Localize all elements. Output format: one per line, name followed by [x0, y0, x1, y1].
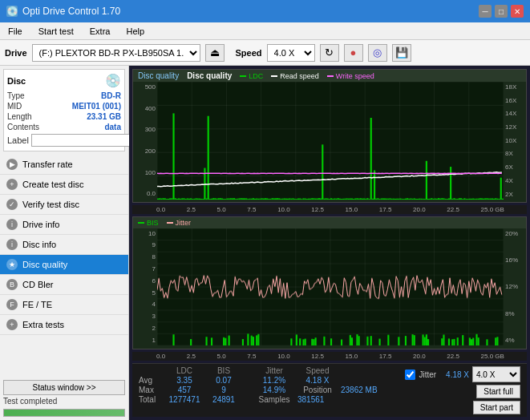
top-chart-canvas	[157, 82, 504, 200]
avg-label: Avg	[139, 376, 161, 385]
chart-top-y-right: 18X 16X 14X 12X 10X 8X 6X 4X 2X	[504, 82, 526, 200]
max-label: Max	[139, 386, 161, 394]
avg-speed: 4.18 X	[297, 376, 338, 385]
chart-top-main	[157, 82, 504, 200]
toolbar-btn2[interactable]: ◎	[368, 44, 387, 62]
nav-fe-te[interactable]: F FE / TE	[0, 295, 128, 315]
toolbar-btn1[interactable]: ●	[344, 44, 363, 62]
bis-header: BIS	[208, 366, 240, 375]
nav-extra-tests-label: Extra tests	[22, 320, 64, 329]
maximize-button[interactable]: □	[495, 5, 508, 18]
minimize-button[interactable]: ─	[479, 5, 492, 18]
disc-length-label: Length	[7, 112, 32, 121]
nav-extra-tests[interactable]: + Extra tests	[0, 315, 128, 335]
stats-total-row: Total 1277471 24891 Samples 381561	[139, 395, 405, 404]
nav-drive-info-label: Drive info	[22, 220, 59, 229]
speed-display: 4.18 X	[446, 370, 469, 379]
disc-label-row: Label ⚙	[7, 133, 121, 147]
menu-help[interactable]: Help	[123, 26, 148, 37]
ldc-legend: LDC	[240, 72, 263, 80]
titlebar-left: 💿 Opti Drive Control 1.70	[6, 6, 120, 17]
refresh-button[interactable]: ↻	[320, 44, 339, 62]
nav-transfer-rate[interactable]: ▶ Transfer rate	[0, 155, 128, 175]
jitter-legend-dot	[167, 222, 173, 224]
nav-cd-bler[interactable]: B CD Bler	[0, 275, 128, 295]
read-speed-legend-label: Read speed	[280, 72, 319, 80]
disc-length-row: Length 23.31 GB	[7, 112, 121, 121]
chart-bottom-main	[157, 228, 504, 346]
disc-mid-label: MID	[7, 102, 22, 111]
fe-te-icon: F	[6, 299, 18, 310]
titlebar-controls: ─ □ ✕	[479, 5, 524, 18]
menu-extra[interactable]: Extra	[87, 26, 114, 37]
speed-label: Speed	[236, 48, 262, 58]
menu-start-test[interactable]: Start test	[35, 26, 77, 37]
nav-disc-quality[interactable]: ★ Disc quality	[0, 255, 128, 275]
close-button[interactable]: ✕	[511, 5, 524, 18]
status-bar: Status window >> Test completed	[0, 377, 128, 420]
chart-bottom-title: BIS Jitter	[133, 217, 526, 228]
speed-select-stats[interactable]: 4.0 X	[472, 366, 520, 382]
nav-disc-info[interactable]: i Disc info	[0, 235, 128, 255]
disc-icon: 💿	[105, 73, 121, 88]
drive-select[interactable]: (F:) PLEXTOR BD-R PX-LB950SA 1.06	[32, 44, 200, 62]
start-part-button[interactable]: Start part	[473, 401, 520, 414]
cd-bler-icon: B	[6, 279, 18, 290]
disc-info-icon: i	[6, 239, 18, 250]
disc-contents-row: Contents data	[7, 123, 121, 131]
disc-quality-chart: Disc quality Disc quality LDC Read speed…	[132, 69, 527, 203]
sidebar: Disc 💿 Type BD-R MID MEIT01 (001) Length…	[0, 66, 129, 420]
verify-test-disc-icon: ✓	[6, 199, 18, 210]
disc-label-input[interactable]	[31, 134, 135, 147]
nav-verify-test-disc[interactable]: ✓ Verify test disc	[0, 195, 128, 215]
start-full-button[interactable]: Start full	[476, 385, 520, 398]
ldc-header: LDC	[164, 366, 204, 375]
chart-top-title: Disc quality Disc quality LDC Read speed…	[133, 70, 526, 82]
chart-bottom-x-axis: 0.0 2.5 5.0 7.5 10.0 12.5 15.0 17.5 20.0…	[132, 352, 527, 361]
max-jitter: 14.9%	[254, 386, 294, 394]
samples-value: 381561	[297, 395, 346, 404]
disc-type-value: BD-R	[101, 91, 121, 100]
stats-bar: LDC BIS Jitter Speed Avg 3.35 0.07 11.2%…	[132, 363, 527, 417]
menu-file[interactable]: File	[5, 26, 26, 37]
samples-label: Samples	[254, 395, 294, 404]
disc-type-row: Type BD-R	[7, 91, 121, 100]
drive-info-icon: i	[6, 219, 18, 230]
disc-panel: Disc 💿 Type BD-R MID MEIT01 (001) Length…	[3, 69, 125, 151]
jitter-checkbox[interactable]	[405, 370, 415, 380]
bottom-chart-canvas	[157, 228, 504, 346]
stats-max-row: Max 457 9 14.9% Position 23862 MB	[139, 386, 405, 394]
avg-bis: 0.07	[208, 376, 240, 385]
disc-label-label: Label	[7, 135, 29, 145]
ldc-legend-dot	[240, 75, 246, 77]
total-bis: 24891	[208, 395, 240, 404]
disc-contents-value: data	[104, 123, 121, 131]
jitter-row: Jitter 4.18 X 4.0 X	[405, 366, 520, 382]
max-ldc: 457	[164, 386, 204, 394]
stats-avg-row: Avg 3.35 0.07 11.2% 4.18 X	[139, 376, 405, 385]
bis-legend: BIS	[138, 219, 159, 227]
max-bis: 9	[208, 386, 240, 394]
titlebar: 💿 Opti Drive Control 1.70 ─ □ ✕	[0, 0, 530, 22]
nav-verify-test-disc-label: Verify test disc	[22, 200, 79, 209]
disc-panel-header: Disc 💿	[7, 73, 121, 88]
app-icon: 💿	[6, 6, 18, 17]
extra-tests-icon: +	[6, 319, 18, 330]
write-speed-legend-label: Write speed	[336, 72, 374, 80]
jitter-legend-label: Jitter	[176, 219, 192, 227]
save-button[interactable]: 💾	[392, 44, 411, 62]
nav-create-test-disc[interactable]: + Create test disc	[0, 175, 128, 195]
nav-drive-info[interactable]: i Drive info	[0, 215, 128, 235]
nav-transfer-rate-label: Transfer rate	[22, 160, 73, 169]
chart-top-title-label: Disc quality	[187, 71, 232, 80]
app-title: Opti Drive Control 1.70	[22, 6, 120, 17]
total-ldc: 1277471	[164, 395, 204, 404]
nav-disc-info-label: Disc info	[22, 240, 56, 249]
eject-button[interactable]: ⏏	[205, 44, 225, 62]
progress-bar-container	[3, 409, 125, 417]
status-window-button[interactable]: Status window >>	[3, 380, 125, 395]
nav-fe-te-label: FE / TE	[22, 300, 52, 309]
disc-panel-title: Disc	[7, 76, 26, 86]
speed-select[interactable]: 4.0 X	[267, 44, 315, 62]
chart-bottom-y-right: 20% 16% 12% 8% 4%	[504, 228, 526, 346]
